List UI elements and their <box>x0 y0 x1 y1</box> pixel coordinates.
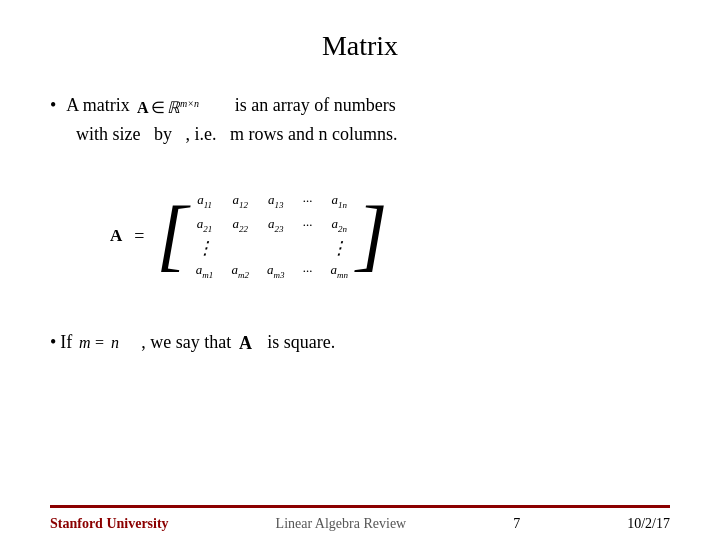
cell-m1: am1 <box>196 261 214 281</box>
matrix-notation: A ∈ ℝ m×n <box>137 92 227 121</box>
svg-text:n: n <box>111 334 119 351</box>
matrix-bracket-wrapper: [ a11 a12 a13 ··· a1n a21 a22 a23 ··· a2… <box>156 183 387 290</box>
cell-21: a21 <box>197 215 213 235</box>
svg-text:A: A <box>137 99 149 116</box>
matrix-display: A = [ a11 a12 a13 ··· a1n a21 a22 a23 <box>110 183 670 290</box>
slide-title: Matrix <box>50 30 670 62</box>
svg-text:m×n: m×n <box>180 98 199 109</box>
cell-1n: a1n <box>332 191 348 211</box>
cell-m2: am2 <box>232 261 250 281</box>
bullet-1: • A matrix A ∈ ℝ m×n is an array of numb… <box>50 92 670 148</box>
svg-text:ℝ: ℝ <box>167 99 181 116</box>
svg-text:m: m <box>79 334 91 351</box>
cell-mdots: ··· <box>303 262 313 280</box>
footer-date: 10/2/17 <box>627 516 670 532</box>
bullet-2-we-say: , we say that <box>141 332 231 353</box>
cell-vdots-1: ⋮ <box>196 239 214 257</box>
bullet-dot-1: • <box>50 92 56 119</box>
cell-23: a23 <box>268 215 284 235</box>
cell-mn: amn <box>331 261 349 281</box>
bullet-2: • If m = n , we say that A is square. <box>50 329 670 355</box>
matrix-A-label: A <box>110 226 122 246</box>
footer-course: Linear Algebra Review <box>276 516 407 532</box>
bullet-1-line2: with size by , i.e. m rows and n columns… <box>50 121 670 148</box>
bullet-dot-2: • <box>50 332 56 353</box>
bullet-2-is-square: is square. <box>267 332 335 353</box>
bullet-2-if: If <box>60 332 72 353</box>
cell-m3: am3 <box>267 261 285 281</box>
svg-text:=: = <box>95 334 104 351</box>
cell-1dots: ··· <box>303 192 313 210</box>
footer-page: 7 <box>513 516 520 532</box>
bullet-1-suffix: is an array of numbers <box>230 92 395 119</box>
bullet-1-line1: • A matrix A ∈ ℝ m×n is an array of numb… <box>50 92 670 121</box>
svg-text:∈: ∈ <box>151 99 165 116</box>
slide: Matrix • A matrix A ∈ ℝ m×n is an array … <box>0 0 720 540</box>
cell-12: a12 <box>233 191 249 211</box>
bullet-1-prefix: A matrix <box>66 92 134 119</box>
svg-text:A: A <box>239 333 252 353</box>
bullet-1-line2-text: with size by , i.e. m rows and n columns… <box>76 121 397 148</box>
right-bracket: ] <box>356 194 387 274</box>
cell-11: a11 <box>197 191 212 211</box>
footer: Stanford University Linear Algebra Revie… <box>50 505 670 540</box>
cell-22: a22 <box>233 215 249 235</box>
cell-13: a13 <box>268 191 284 211</box>
cell-vdots-n: ⋮ <box>330 239 348 257</box>
bold-A-symbol: A <box>238 329 260 355</box>
cell-2dots: ··· <box>303 216 313 234</box>
matrix-equation: A = [ a11 a12 a13 ··· a1n a21 a22 a23 <box>110 183 387 290</box>
cell-2n: a2n <box>332 215 348 235</box>
matrix-grid: a11 a12 a13 ··· a1n a21 a22 a23 ··· a2n … <box>190 183 355 290</box>
left-bracket: [ <box>156 194 187 274</box>
m-equals-n: m = n <box>79 329 134 355</box>
matrix-equals-sign: = <box>134 226 144 247</box>
footer-university: Stanford University <box>50 516 169 532</box>
content-area: • A matrix A ∈ ℝ m×n is an array of numb… <box>50 92 670 505</box>
